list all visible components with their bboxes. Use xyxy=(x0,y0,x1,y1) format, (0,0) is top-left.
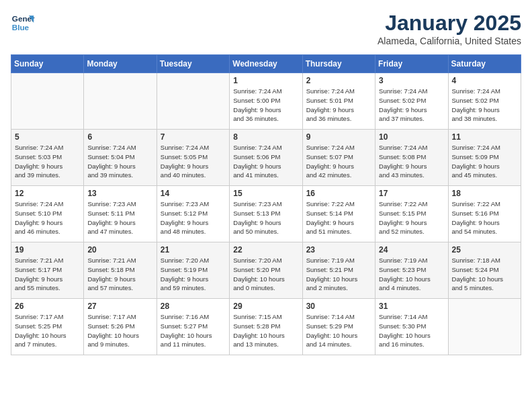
day-number: 10 xyxy=(379,132,444,142)
calendar-day-cell: 2Sunrise: 7:24 AM Sunset: 5:01 PM Daylig… xyxy=(302,73,375,130)
weekday-header-cell: Tuesday xyxy=(157,55,229,73)
calendar-day-cell: 8Sunrise: 7:24 AM Sunset: 5:06 PM Daylig… xyxy=(230,130,302,186)
calendar-day-cell: 18Sunrise: 7:22 AM Sunset: 5:16 PM Dayli… xyxy=(448,186,521,242)
day-number: 18 xyxy=(452,189,517,198)
page-header: General Blue General Blue January 2025 A… xyxy=(11,11,521,46)
day-info: Sunrise: 7:19 AM Sunset: 5:23 PM Dayligh… xyxy=(379,256,444,293)
svg-text:Blue: Blue xyxy=(12,23,30,32)
calendar-day-cell: 7Sunrise: 7:24 AM Sunset: 5:05 PM Daylig… xyxy=(157,130,229,186)
day-info: Sunrise: 7:17 AM Sunset: 5:25 PM Dayligh… xyxy=(15,312,80,349)
day-number: 15 xyxy=(233,189,298,198)
calendar-day-cell: 4Sunrise: 7:24 AM Sunset: 5:02 PM Daylig… xyxy=(448,73,521,130)
day-number: 27 xyxy=(87,302,152,311)
weekday-header-cell: Thursday xyxy=(302,55,375,73)
day-number: 28 xyxy=(161,302,226,311)
weekday-header-cell: Wednesday xyxy=(230,55,302,73)
logo-icon: General Blue xyxy=(11,11,35,35)
calendar-day-cell: 1Sunrise: 7:24 AM Sunset: 5:00 PM Daylig… xyxy=(230,73,302,130)
day-info: Sunrise: 7:24 AM Sunset: 5:06 PM Dayligh… xyxy=(233,143,298,180)
calendar-day-cell: 12Sunrise: 7:24 AM Sunset: 5:10 PM Dayli… xyxy=(11,186,84,242)
calendar-day-cell: 19Sunrise: 7:21 AM Sunset: 5:17 PM Dayli… xyxy=(11,242,84,299)
day-number: 19 xyxy=(15,245,80,255)
calendar-day-cell: 24Sunrise: 7:19 AM Sunset: 5:23 PM Dayli… xyxy=(375,242,448,299)
day-number: 7 xyxy=(161,132,226,142)
weekday-header-cell: Sunday xyxy=(11,55,84,73)
day-info: Sunrise: 7:24 AM Sunset: 5:02 PM Dayligh… xyxy=(379,87,444,124)
calendar-day-cell: 3Sunrise: 7:24 AM Sunset: 5:02 PM Daylig… xyxy=(375,73,448,130)
day-info: Sunrise: 7:24 AM Sunset: 5:02 PM Dayligh… xyxy=(452,87,517,124)
calendar-day-cell: 23Sunrise: 7:19 AM Sunset: 5:21 PM Dayli… xyxy=(302,242,375,299)
calendar-day-cell: 22Sunrise: 7:20 AM Sunset: 5:20 PM Dayli… xyxy=(230,242,302,299)
month-title: January 2025 xyxy=(378,11,521,36)
calendar-day-cell xyxy=(11,73,84,130)
day-info: Sunrise: 7:23 AM Sunset: 5:11 PM Dayligh… xyxy=(87,199,152,236)
day-info: Sunrise: 7:24 AM Sunset: 5:01 PM Dayligh… xyxy=(306,87,371,124)
calendar-day-cell: 10Sunrise: 7:24 AM Sunset: 5:08 PM Dayli… xyxy=(375,130,448,186)
day-info: Sunrise: 7:20 AM Sunset: 5:20 PM Dayligh… xyxy=(233,256,298,293)
calendar-day-cell xyxy=(448,299,521,355)
calendar-day-cell: 21Sunrise: 7:20 AM Sunset: 5:19 PM Dayli… xyxy=(157,242,229,299)
day-number: 3 xyxy=(379,76,444,85)
calendar-day-cell: 26Sunrise: 7:17 AM Sunset: 5:25 PM Dayli… xyxy=(11,299,84,355)
day-number: 2 xyxy=(306,76,371,85)
calendar-day-cell: 9Sunrise: 7:24 AM Sunset: 5:07 PM Daylig… xyxy=(302,130,375,186)
day-number: 30 xyxy=(306,302,371,311)
calendar-day-cell: 11Sunrise: 7:24 AM Sunset: 5:09 PM Dayli… xyxy=(448,130,521,186)
logo: General Blue General Blue xyxy=(11,11,35,35)
day-info: Sunrise: 7:21 AM Sunset: 5:18 PM Dayligh… xyxy=(87,256,152,293)
calendar-week-row: 19Sunrise: 7:21 AM Sunset: 5:17 PM Dayli… xyxy=(11,242,521,299)
day-info: Sunrise: 7:20 AM Sunset: 5:19 PM Dayligh… xyxy=(161,256,226,293)
day-info: Sunrise: 7:16 AM Sunset: 5:27 PM Dayligh… xyxy=(161,312,226,349)
calendar-day-cell: 28Sunrise: 7:16 AM Sunset: 5:27 PM Dayli… xyxy=(157,299,229,355)
day-info: Sunrise: 7:14 AM Sunset: 5:30 PM Dayligh… xyxy=(379,312,444,349)
day-info: Sunrise: 7:24 AM Sunset: 5:04 PM Dayligh… xyxy=(87,143,152,180)
day-info: Sunrise: 7:15 AM Sunset: 5:28 PM Dayligh… xyxy=(233,312,298,349)
day-number: 22 xyxy=(233,245,298,255)
day-number: 31 xyxy=(379,302,444,311)
day-number: 14 xyxy=(161,189,226,198)
day-info: Sunrise: 7:24 AM Sunset: 5:08 PM Dayligh… xyxy=(379,143,444,180)
day-info: Sunrise: 7:23 AM Sunset: 5:13 PM Dayligh… xyxy=(233,199,298,236)
calendar-day-cell: 20Sunrise: 7:21 AM Sunset: 5:18 PM Dayli… xyxy=(84,242,157,299)
calendar-day-cell: 15Sunrise: 7:23 AM Sunset: 5:13 PM Dayli… xyxy=(230,186,302,242)
calendar-day-cell: 13Sunrise: 7:23 AM Sunset: 5:11 PM Dayli… xyxy=(84,186,157,242)
day-info: Sunrise: 7:24 AM Sunset: 5:05 PM Dayligh… xyxy=(161,143,226,180)
day-info: Sunrise: 7:24 AM Sunset: 5:03 PM Dayligh… xyxy=(15,143,80,180)
day-info: Sunrise: 7:14 AM Sunset: 5:29 PM Dayligh… xyxy=(306,312,371,349)
day-number: 6 xyxy=(87,132,152,142)
day-number: 24 xyxy=(379,245,444,255)
day-number: 26 xyxy=(15,302,80,311)
day-info: Sunrise: 7:19 AM Sunset: 5:21 PM Dayligh… xyxy=(306,256,371,293)
day-info: Sunrise: 7:17 AM Sunset: 5:26 PM Dayligh… xyxy=(87,312,152,349)
calendar-day-cell: 14Sunrise: 7:23 AM Sunset: 5:12 PM Dayli… xyxy=(157,186,229,242)
day-info: Sunrise: 7:24 AM Sunset: 5:10 PM Dayligh… xyxy=(15,199,80,236)
day-number: 21 xyxy=(161,245,226,255)
calendar-day-cell: 29Sunrise: 7:15 AM Sunset: 5:28 PM Dayli… xyxy=(230,299,302,355)
day-info: Sunrise: 7:18 AM Sunset: 5:24 PM Dayligh… xyxy=(452,256,517,293)
day-info: Sunrise: 7:22 AM Sunset: 5:16 PM Dayligh… xyxy=(452,199,517,236)
day-info: Sunrise: 7:22 AM Sunset: 5:15 PM Dayligh… xyxy=(379,199,444,236)
day-number: 23 xyxy=(306,245,371,255)
weekday-header-cell: Friday xyxy=(375,55,448,73)
weekday-header-row: SundayMondayTuesdayWednesdayThursdayFrid… xyxy=(11,55,521,73)
day-info: Sunrise: 7:24 AM Sunset: 5:09 PM Dayligh… xyxy=(452,143,517,180)
calendar-week-row: 1Sunrise: 7:24 AM Sunset: 5:00 PM Daylig… xyxy=(11,73,521,130)
day-number: 25 xyxy=(452,245,517,255)
day-number: 9 xyxy=(306,132,371,142)
day-info: Sunrise: 7:24 AM Sunset: 5:00 PM Dayligh… xyxy=(233,87,298,124)
calendar-day-cell: 27Sunrise: 7:17 AM Sunset: 5:26 PM Dayli… xyxy=(84,299,157,355)
day-number: 5 xyxy=(15,132,80,142)
day-number: 8 xyxy=(233,132,298,142)
calendar-day-cell xyxy=(84,73,157,130)
day-number: 1 xyxy=(233,76,298,85)
calendar-day-cell: 30Sunrise: 7:14 AM Sunset: 5:29 PM Dayli… xyxy=(302,299,375,355)
calendar-week-row: 12Sunrise: 7:24 AM Sunset: 5:10 PM Dayli… xyxy=(11,186,521,242)
calendar-day-cell: 6Sunrise: 7:24 AM Sunset: 5:04 PM Daylig… xyxy=(84,130,157,186)
calendar-day-cell: 16Sunrise: 7:22 AM Sunset: 5:14 PM Dayli… xyxy=(302,186,375,242)
day-info: Sunrise: 7:21 AM Sunset: 5:17 PM Dayligh… xyxy=(15,256,80,293)
calendar-day-cell xyxy=(157,73,229,130)
day-number: 4 xyxy=(452,76,517,85)
location: Alameda, California, United States xyxy=(378,36,521,46)
day-number: 29 xyxy=(233,302,298,311)
calendar-body: 1Sunrise: 7:24 AM Sunset: 5:00 PM Daylig… xyxy=(11,73,521,355)
